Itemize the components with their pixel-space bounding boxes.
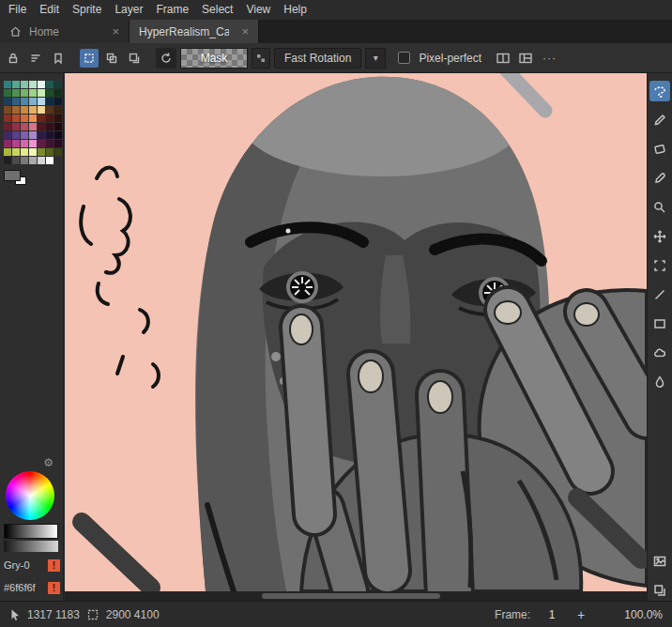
- palette-swatch[interactable]: [21, 157, 28, 164]
- frame-value[interactable]: 1: [540, 608, 564, 621]
- palette-swatch[interactable]: [4, 131, 11, 139]
- palette-swatch[interactable]: [21, 140, 28, 147]
- palette-swatch[interactable]: [12, 148, 20, 156]
- palette-swatch[interactable]: [54, 115, 62, 122]
- tab-canvas[interactable]: HyperRealism_Canv ×: [130, 20, 259, 43]
- palette-swatch[interactable]: [29, 148, 37, 156]
- menu-select[interactable]: Select: [195, 0, 239, 20]
- menu-layer[interactable]: Layer: [108, 0, 149, 20]
- add-selection-icon[interactable]: [102, 49, 121, 68]
- menu-help[interactable]: Help: [277, 0, 313, 20]
- palette-swatch[interactable]: [54, 131, 62, 139]
- pixel-perfect-checkbox[interactable]: [398, 52, 410, 64]
- palette-swatch[interactable]: [4, 81, 11, 88]
- palette-swatch[interactable]: [38, 140, 45, 147]
- palette-swatch[interactable]: [46, 81, 53, 88]
- lock-icon[interactable]: [4, 49, 23, 68]
- palette-swatch[interactable]: [4, 123, 11, 130]
- bookmark-icon[interactable]: [49, 49, 68, 68]
- palette-swatch[interactable]: [54, 89, 62, 97]
- palette-swatch[interactable]: [4, 140, 11, 147]
- rotate-icon[interactable]: [156, 48, 176, 69]
- brush-options-icon[interactable]: [252, 48, 270, 69]
- color-wheel[interactable]: [6, 471, 54, 520]
- palette-swatch[interactable]: [46, 157, 53, 164]
- lasso-tool[interactable]: [649, 81, 670, 101]
- palette-swatch[interactable]: [38, 89, 45, 97]
- palette-swatch[interactable]: [54, 81, 62, 88]
- palette-swatch[interactable]: [12, 131, 20, 139]
- palette-swatch[interactable]: [38, 157, 45, 164]
- palette-swatch[interactable]: [29, 98, 37, 105]
- zoom-level[interactable]: 100.0%: [624, 608, 663, 621]
- color-warning-badge[interactable]: !: [48, 559, 60, 572]
- contour-tool[interactable]: [649, 343, 670, 363]
- palette-swatch[interactable]: [4, 89, 11, 97]
- menu-edit[interactable]: Edit: [33, 0, 66, 20]
- palette-swatch[interactable]: [12, 157, 20, 164]
- foreground-color-chip[interactable]: [4, 170, 21, 181]
- palette-swatch[interactable]: [38, 131, 45, 139]
- palette-swatch[interactable]: [21, 98, 28, 105]
- sort-icon[interactable]: [26, 49, 45, 68]
- palette-swatch[interactable]: [54, 123, 62, 130]
- palette-swatch[interactable]: [54, 148, 62, 156]
- move-tool[interactable]: [649, 226, 670, 247]
- pencil-tool[interactable]: [649, 110, 670, 130]
- h-scrollbar-thumb[interactable]: [262, 593, 440, 599]
- palette-swatch[interactable]: [4, 98, 11, 105]
- menu-sprite[interactable]: Sprite: [66, 0, 108, 20]
- palette-swatch[interactable]: [21, 81, 28, 88]
- menu-view[interactable]: View: [239, 0, 277, 20]
- slice-tool[interactable]: [649, 255, 670, 276]
- timeline-button[interactable]: [649, 580, 670, 601]
- palette-swatch[interactable]: [29, 89, 37, 97]
- palette-swatch[interactable]: [4, 157, 11, 164]
- palette-swatch[interactable]: [46, 115, 53, 122]
- gear-icon[interactable]: ⚙: [43, 456, 53, 469]
- tab-canvas-close-icon[interactable]: ×: [241, 24, 249, 38]
- palette-swatch[interactable]: [12, 115, 20, 122]
- palette-swatch[interactable]: [29, 123, 37, 130]
- palette-swatch[interactable]: [21, 115, 28, 122]
- palette-swatch[interactable]: [12, 81, 20, 88]
- mask-brush-preview[interactable]: Mask: [180, 48, 248, 69]
- add-frame-button[interactable]: +: [573, 607, 588, 622]
- rotation-algorithm-button[interactable]: Fast Rotation: [274, 48, 361, 69]
- menu-frame[interactable]: Frame: [149, 0, 195, 20]
- rectangle-tool[interactable]: [649, 314, 670, 334]
- palette-swatch[interactable]: [29, 106, 37, 114]
- palette-swatch[interactable]: [29, 157, 37, 164]
- replace-selection-icon[interactable]: [80, 49, 99, 68]
- palette-swatch[interactable]: [54, 140, 62, 147]
- rotation-dropdown-button[interactable]: ▾: [365, 48, 386, 69]
- palette-swatch[interactable]: [46, 148, 53, 156]
- subtract-selection-icon[interactable]: [125, 49, 144, 68]
- palette-swatch[interactable]: [46, 89, 53, 97]
- eyedropper-tool[interactable]: [649, 168, 670, 189]
- palette-swatch[interactable]: [12, 123, 20, 130]
- palette-swatch[interactable]: [21, 148, 28, 156]
- palette-swatch[interactable]: [12, 140, 20, 147]
- palette-swatch[interactable]: [38, 81, 45, 88]
- palette-swatch[interactable]: [12, 106, 20, 114]
- palette-swatch[interactable]: [12, 98, 20, 105]
- palette-swatch[interactable]: [46, 123, 53, 130]
- palette-swatch[interactable]: [4, 106, 11, 114]
- palette-swatch[interactable]: [4, 148, 11, 156]
- palette-swatch[interactable]: [38, 115, 45, 122]
- eraser-tool[interactable]: [649, 139, 670, 160]
- palette-swatch[interactable]: [21, 106, 28, 114]
- shade-gradient[interactable]: [4, 524, 58, 539]
- h-scrollbar[interactable]: [65, 591, 647, 601]
- menu-file[interactable]: File: [2, 0, 33, 20]
- grid-view-icon[interactable]: [516, 49, 535, 68]
- palette-swatch[interactable]: [21, 89, 28, 97]
- blur-tool[interactable]: [649, 372, 670, 392]
- palette-swatch[interactable]: [29, 115, 37, 122]
- tab-home[interactable]: Home ×: [0, 20, 130, 43]
- palette-swatch[interactable]: [54, 106, 62, 114]
- palette-swatch[interactable]: [54, 98, 62, 105]
- palette-swatch[interactable]: [29, 140, 37, 147]
- palette-swatch[interactable]: [12, 89, 20, 97]
